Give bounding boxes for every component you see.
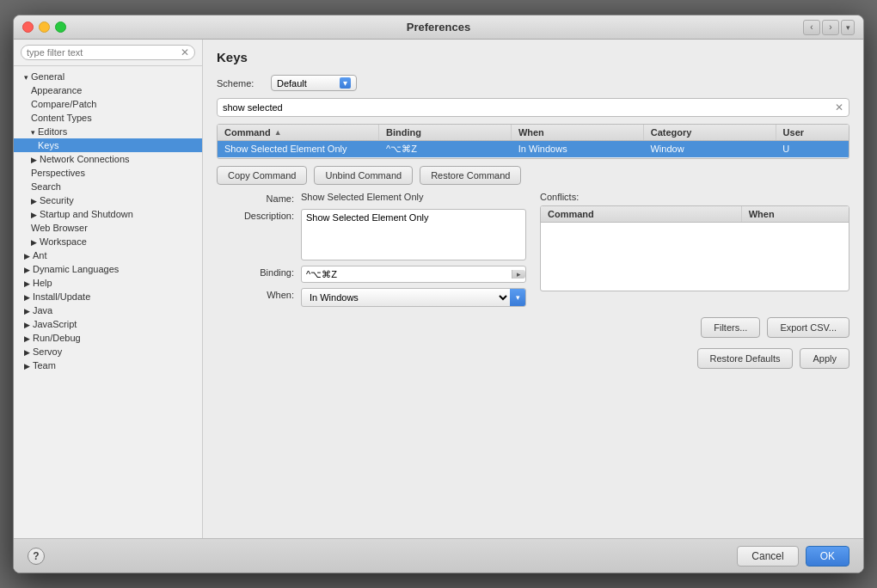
column-header-command[interactable]: Command ▲ <box>218 125 379 140</box>
expand-arrow-startup: ▶ <box>31 211 37 219</box>
column-header-when[interactable]: When <box>512 125 644 140</box>
sidebar-item-label-java: Java <box>33 305 52 315</box>
filters-button[interactable]: Filters... <box>701 317 760 338</box>
window-controls <box>22 21 66 33</box>
help-button[interactable]: ? <box>28 548 45 565</box>
sidebar-item-web-browser[interactable]: Web Browser <box>14 221 202 235</box>
tree-list: ▾General Appearance Compare/Patch Conten… <box>14 66 202 538</box>
sidebar-item-java[interactable]: ▶Java <box>14 303 202 317</box>
scheme-value: Default <box>277 78 307 89</box>
cell-command: Show Selected Element Only <box>218 141 379 157</box>
sidebar: ✕ ▾General Appearance Compare/Patch Cont… <box>14 40 203 538</box>
binding-input[interactable] <box>302 266 512 282</box>
forward-button[interactable]: › <box>822 20 839 35</box>
filter-input-wrap: ✕ <box>21 45 195 60</box>
sidebar-item-startup-shutdown[interactable]: ▶Startup and Shutdown <box>14 207 202 221</box>
search-clear-button[interactable]: ✕ <box>835 101 843 113</box>
sidebar-item-ant[interactable]: ▶Ant <box>14 248 202 262</box>
ok-button[interactable]: OK <box>806 546 849 567</box>
description-row: Description: Show Selected Element Only <box>217 209 526 260</box>
sidebar-item-label-run-debug: Run/Debug <box>33 333 81 343</box>
apply-button[interactable]: Apply <box>800 348 849 369</box>
maximize-button[interactable] <box>55 21 66 33</box>
binding-input-button[interactable]: ▸ <box>512 270 525 279</box>
unbind-command-button[interactable]: Unbind Command <box>314 166 413 185</box>
column-header-binding[interactable]: Binding <box>379 125 512 140</box>
close-button[interactable] <box>22 21 34 33</box>
when-select[interactable]: In Windows <box>302 289 510 306</box>
sidebar-item-label-servoy: Servoy <box>33 346 62 357</box>
filter-input[interactable] <box>27 47 181 58</box>
keys-table: Command ▲ Binding When Category User <box>217 124 849 159</box>
sidebar-item-label-install: Install/Update <box>33 291 90 302</box>
page-title: Keys <box>217 50 849 64</box>
main-panel: Keys Scheme: Default ▾ ✕ Command ▲ <box>203 40 863 538</box>
nav-dropdown-button[interactable]: ▾ <box>841 20 855 35</box>
filter-clear-button[interactable]: ✕ <box>181 47 189 58</box>
sidebar-item-label-dynamic: Dynamic Languages <box>33 264 119 274</box>
when-select-arrow-icon[interactable]: ▾ <box>510 289 525 306</box>
conflicts-header: Command When <box>541 206 849 223</box>
cell-when: In Windows <box>512 141 644 157</box>
minimize-button[interactable] <box>39 21 50 33</box>
sidebar-item-help[interactable]: ▶Help <box>14 276 202 290</box>
scheme-dropdown[interactable]: Default ▾ <box>271 75 357 91</box>
scheme-row: Scheme: Default ▾ <box>217 75 849 91</box>
column-header-user[interactable]: User <box>776 125 849 140</box>
expand-arrow-run-debug: ▶ <box>24 334 30 343</box>
sidebar-item-appearance[interactable]: Appearance <box>14 83 202 97</box>
column-header-category[interactable]: Category <box>644 125 776 140</box>
sidebar-item-keys[interactable]: Keys <box>14 138 202 152</box>
sidebar-item-content-types[interactable]: Content Types <box>14 111 202 125</box>
description-textarea[interactable]: Show Selected Element Only <box>301 209 526 260</box>
sidebar-item-label-help: Help <box>33 278 52 288</box>
search-input[interactable] <box>223 102 835 113</box>
sidebar-item-editors[interactable]: ▾Editors <box>14 125 202 138</box>
sidebar-item-workspace[interactable]: ▶Workspace <box>14 235 202 248</box>
when-select-wrap: In Windows ▾ <box>301 288 526 307</box>
sidebar-item-label-perspectives: Perspectives <box>31 168 85 178</box>
restore-defaults-button[interactable]: Restore Defaults <box>697 348 794 369</box>
sidebar-item-servoy[interactable]: ▶Servoy <box>14 345 202 358</box>
conflicts-label: Conflicts: <box>540 192 849 202</box>
sidebar-item-run-debug[interactable]: ▶Run/Debug <box>14 331 202 345</box>
sidebar-item-label-keys: Keys <box>38 140 58 150</box>
footer: ? Cancel OK <box>14 538 863 573</box>
binding-input-wrap: ▸ <box>301 266 526 283</box>
conflicts-table: Command When <box>540 205 849 291</box>
sidebar-item-search[interactable]: Search <box>14 180 202 193</box>
sidebar-item-label-startup: Startup and Shutdown <box>40 209 133 219</box>
expand-arrow-editors: ▾ <box>31 128 35 137</box>
cell-user: U <box>776 141 849 157</box>
sidebar-item-perspectives[interactable]: Perspectives <box>14 166 202 180</box>
sidebar-item-label-appearance: Appearance <box>31 85 82 95</box>
sidebar-item-compare-patch[interactable]: Compare/Patch <box>14 97 202 111</box>
expand-arrow-dynamic: ▶ <box>24 266 30 274</box>
sidebar-item-network-connections[interactable]: ▶Network Connections <box>14 152 202 166</box>
copy-command-button[interactable]: Copy Command <box>217 166 307 185</box>
name-row: Name: Show Selected Element Only <box>217 192 526 204</box>
description-label: Description: <box>217 209 294 221</box>
sidebar-item-install-update[interactable]: ▶Install/Update <box>14 290 202 303</box>
expand-arrow-install: ▶ <box>24 293 30 302</box>
sidebar-item-dynamic-languages[interactable]: ▶Dynamic Languages <box>14 262 202 276</box>
export-csv-button[interactable]: Export CSV... <box>767 317 849 338</box>
name-value: Show Selected Element Only <box>301 192 526 202</box>
restore-command-button[interactable]: Restore Command <box>420 166 521 185</box>
bottom-row-2: Restore Defaults Apply <box>217 345 849 369</box>
cancel-button[interactable]: Cancel <box>737 546 798 567</box>
expand-arrow-network: ▶ <box>31 156 37 164</box>
cell-category: Window <box>643 141 776 157</box>
sidebar-item-javascript[interactable]: ▶JavaScript <box>14 317 202 331</box>
table-row[interactable]: Show Selected Element Only ^⌥⌘Z In Windo… <box>218 141 849 158</box>
navigation-controls: ‹ › ▾ <box>803 20 855 35</box>
back-button[interactable]: ‹ <box>803 20 820 35</box>
sidebar-item-security[interactable]: ▶Security <box>14 193 202 207</box>
when-row: When: In Windows ▾ <box>217 288 526 307</box>
sidebar-item-label-workspace: Workspace <box>40 236 87 247</box>
bottom-row-1: Filters... Export CSV... <box>217 314 849 338</box>
search-bar: ✕ <box>217 98 849 117</box>
expand-arrow-general: ▾ <box>24 73 28 82</box>
sidebar-item-general[interactable]: ▾General <box>14 70 202 83</box>
sidebar-item-team[interactable]: ▶Team <box>14 358 202 372</box>
